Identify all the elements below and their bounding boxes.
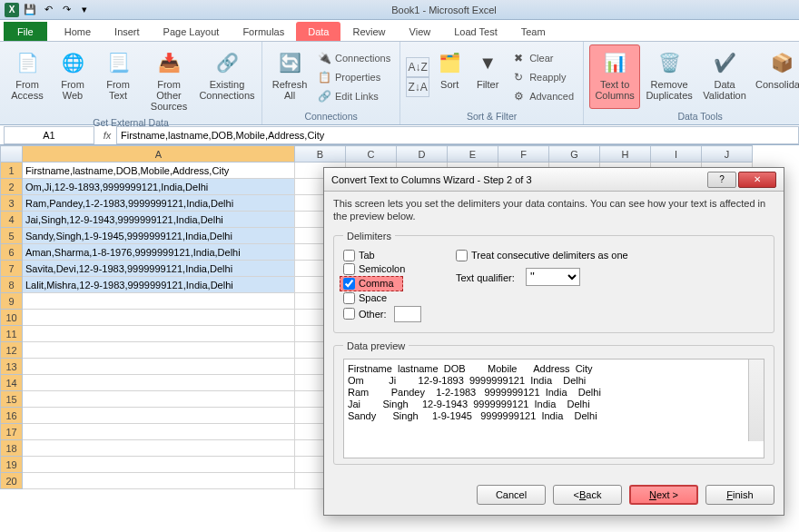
consolidate-button[interactable]: 📦Consolidate	[753, 44, 799, 109]
delimiters-legend: Delimiters	[343, 231, 395, 241]
excel-app-icon[interactable]: X	[4, 2, 20, 18]
cell[interactable]	[23, 326, 295, 342]
fx-icon[interactable]: fx	[98, 130, 116, 141]
cell[interactable]: Firstname,lastname,DOB,Mobile,Address,Ci…	[23, 163, 295, 179]
row-header[interactable]: 1	[1, 163, 23, 179]
cell[interactable]: Aman,Sharma,1-8-1976,9999999121,India,De…	[23, 244, 295, 261]
refresh-all-button[interactable]: 🔄Refresh All	[268, 44, 311, 109]
tab-data[interactable]: Data	[296, 22, 340, 41]
tab-page-layout[interactable]: Page Layout	[152, 22, 232, 41]
dialog-close-button[interactable]: ✕	[738, 172, 776, 188]
cell[interactable]	[23, 408, 295, 424]
from-access-button[interactable]: 📄From Access	[5, 44, 49, 115]
row-header[interactable]: 4	[1, 212, 23, 228]
cancel-button[interactable]: Cancel	[477, 485, 546, 505]
row-header[interactable]: 20	[1, 473, 23, 489]
reapply-button[interactable]: ↻Reapply	[508, 68, 577, 86]
filter-icon: ▼	[473, 48, 502, 77]
other-checkbox[interactable]: Other:	[343, 305, 443, 323]
cell[interactable]: Lalit,Mishra,12-9-1983,9999999121,India,…	[23, 277, 295, 293]
cell[interactable]	[23, 375, 295, 391]
cell[interactable]: Sandy,Singh,1-9-1945,9999999121,India,De…	[23, 228, 295, 244]
next-button[interactable]: Next >	[629, 485, 698, 505]
text-to-columns-button[interactable]: 📊Text to Columns	[589, 44, 640, 109]
connections-button[interactable]: 🔌Connections	[313, 49, 394, 67]
qat-customize-icon[interactable]: ▾	[76, 2, 93, 18]
tab-file[interactable]: File	[4, 22, 47, 41]
text-qualifier-select[interactable]: "	[526, 268, 580, 286]
cell[interactable]	[23, 342, 295, 359]
row-header[interactable]: 6	[1, 244, 23, 261]
remove-duplicates-button[interactable]: 🗑️Remove Duplicates	[642, 44, 696, 109]
row-header[interactable]: 15	[1, 391, 23, 408]
comma-checkbox[interactable]: Comma	[340, 276, 403, 291]
clear-button[interactable]: ✖Clear	[508, 49, 577, 67]
data-validation-button[interactable]: ✔️Data Validation	[698, 44, 751, 109]
row-header[interactable]: 5	[1, 228, 23, 244]
other-delimiter-input[interactable]	[394, 306, 421, 322]
row-header[interactable]: 12	[1, 342, 23, 359]
delimiters-fieldset: Delimiters Tab Semicolon Comma Space Oth…	[333, 231, 774, 333]
cell[interactable]: Om,Ji,12-9-1893,9999999121,India,Delhi	[23, 179, 295, 195]
existing-connections-button[interactable]: 🔗Existing Connections	[198, 44, 256, 115]
tab-home[interactable]: Home	[53, 22, 103, 41]
cell[interactable]: Ram,Pandey,1-2-1983,9999999121,India,Del…	[23, 195, 295, 212]
data-preview[interactable]: Firstname lastname DOB Mobile Address Ci…	[343, 359, 764, 458]
row-header[interactable]: 7	[1, 261, 23, 277]
sort-desc-button[interactable]: Z↓A	[406, 77, 429, 97]
from-text-button[interactable]: 📃From Text	[96, 44, 140, 115]
cell[interactable]	[23, 310, 295, 326]
cell[interactable]	[23, 424, 295, 440]
row-header[interactable]: 16	[1, 408, 23, 424]
row-header[interactable]: 3	[1, 195, 23, 212]
semicolon-checkbox[interactable]: Semicolon	[343, 262, 443, 276]
cell[interactable]	[23, 293, 295, 310]
edit-links-button[interactable]: 🔗Edit Links	[313, 87, 394, 105]
formula-input[interactable]: Firstname,lastname,DOB,Mobile,Address,Ci…	[116, 126, 799, 144]
row-header[interactable]: 11	[1, 326, 23, 342]
properties-button[interactable]: 📋Properties	[313, 68, 394, 86]
tab-insert[interactable]: Insert	[103, 22, 152, 41]
tab-team[interactable]: Team	[509, 22, 557, 41]
row-header[interactable]: 13	[1, 359, 23, 375]
row-header[interactable]: 8	[1, 277, 23, 293]
sort-button[interactable]: 🗂️Sort	[431, 44, 468, 109]
cell[interactable]	[23, 391, 295, 408]
dialog-help-button[interactable]: ?	[707, 172, 736, 188]
from-other-sources-button[interactable]: 📥From Other Sources	[142, 44, 196, 115]
preview-scrollbar[interactable]	[748, 360, 764, 441]
advanced-button[interactable]: ⚙Advanced	[508, 87, 577, 105]
row-header[interactable]: 9	[1, 293, 23, 310]
row-header[interactable]: 14	[1, 375, 23, 391]
undo-icon[interactable]: ↶	[40, 2, 56, 18]
name-box[interactable]: A1	[4, 126, 94, 144]
sort-asc-button[interactable]: A↓Z	[406, 57, 429, 77]
from-web-button[interactable]: 🌐From Web	[51, 44, 94, 115]
sort-desc-icon: Z↓A	[410, 80, 425, 94]
cell[interactable]: Jai,Singh,12-9-1943,9999999121,India,Del…	[23, 212, 295, 228]
cell[interactable]	[23, 473, 295, 489]
space-checkbox[interactable]: Space	[343, 291, 443, 305]
cell[interactable]: Savita,Devi,12-9-1983,9999999121,India,D…	[23, 261, 295, 277]
cell[interactable]	[23, 457, 295, 473]
tab-view[interactable]: View	[398, 22, 443, 41]
cell[interactable]	[23, 359, 295, 375]
row-header[interactable]: 2	[1, 179, 23, 195]
tab-formulas[interactable]: Formulas	[231, 22, 296, 41]
row-header[interactable]: 10	[1, 310, 23, 326]
tab-checkbox[interactable]: Tab	[343, 249, 443, 262]
row-header[interactable]: 18	[1, 440, 23, 457]
treat-consecutive-checkbox[interactable]: Treat consecutive delimiters as one	[456, 249, 628, 262]
filter-button[interactable]: ▼Filter	[469, 44, 506, 109]
back-button[interactable]: < Back	[553, 485, 622, 505]
row-header[interactable]: 19	[1, 457, 23, 473]
save-icon[interactable]: 💾	[22, 2, 38, 18]
tab-review[interactable]: Review	[340, 22, 397, 41]
remove-duplicates-icon: 🗑️	[655, 48, 684, 77]
redo-icon[interactable]: ↷	[58, 2, 74, 18]
tab-load-test[interactable]: Load Test	[442, 22, 509, 41]
dialog-titlebar[interactable]: Convert Text to Columns Wizard - Step 2 …	[324, 168, 784, 192]
row-header[interactable]: 17	[1, 424, 23, 440]
finish-button[interactable]: Finish	[705, 485, 774, 505]
cell[interactable]	[23, 440, 295, 457]
